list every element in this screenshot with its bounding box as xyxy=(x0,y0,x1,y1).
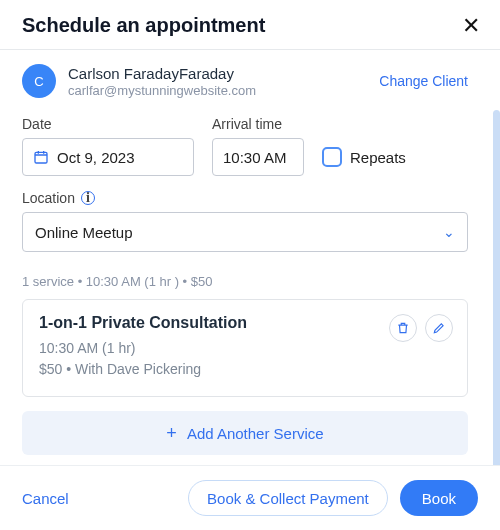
add-service-button[interactable]: + Add Another Service xyxy=(22,411,468,455)
plus-icon: + xyxy=(166,423,177,444)
scrollbar[interactable] xyxy=(493,110,500,465)
location-value: Online Meetup xyxy=(35,224,133,241)
trash-icon xyxy=(396,321,410,335)
time-input[interactable]: 10:30 AM xyxy=(212,138,304,176)
repeats-checkbox[interactable] xyxy=(322,147,342,167)
pencil-icon xyxy=(432,321,446,335)
location-select[interactable]: Online Meetup ⌄ xyxy=(22,212,468,252)
location-label: Location xyxy=(22,190,75,206)
calendar-icon xyxy=(33,149,49,165)
time-label: Arrival time xyxy=(212,116,304,132)
cancel-button[interactable]: Cancel xyxy=(22,490,69,507)
svg-rect-0 xyxy=(35,152,47,163)
delete-service-button[interactable] xyxy=(389,314,417,342)
book-collect-payment-button[interactable]: Book & Collect Payment xyxy=(188,480,388,516)
date-input[interactable]: Oct 9, 2023 xyxy=(22,138,194,176)
client-email: carlfar@mystunningwebsite.com xyxy=(68,83,367,98)
services-summary: 1 service • 10:30 AM (1 hr ) • $50 xyxy=(22,274,478,289)
edit-service-button[interactable] xyxy=(425,314,453,342)
service-time: 10:30 AM (1 hr) xyxy=(39,338,247,359)
date-label: Date xyxy=(22,116,194,132)
service-card: 1-on-1 Private Consultation 10:30 AM (1 … xyxy=(22,299,468,397)
info-icon[interactable]: i xyxy=(81,191,95,205)
date-value: Oct 9, 2023 xyxy=(57,149,135,166)
book-button[interactable]: Book xyxy=(400,480,478,516)
client-name: Carlson FaradayFaraday xyxy=(68,65,367,82)
chevron-down-icon: ⌄ xyxy=(443,224,455,240)
page-title: Schedule an appointment xyxy=(22,14,265,37)
change-client-link[interactable]: Change Client xyxy=(379,73,468,89)
close-icon[interactable]: ✕ xyxy=(462,15,480,37)
repeats-label: Repeats xyxy=(350,149,406,166)
service-price-staff: $50 • With Dave Pickering xyxy=(39,359,247,380)
service-title: 1-on-1 Private Consultation xyxy=(39,314,247,332)
time-value: 10:30 AM xyxy=(223,149,286,166)
avatar: C xyxy=(22,64,56,98)
add-service-label: Add Another Service xyxy=(187,425,324,442)
